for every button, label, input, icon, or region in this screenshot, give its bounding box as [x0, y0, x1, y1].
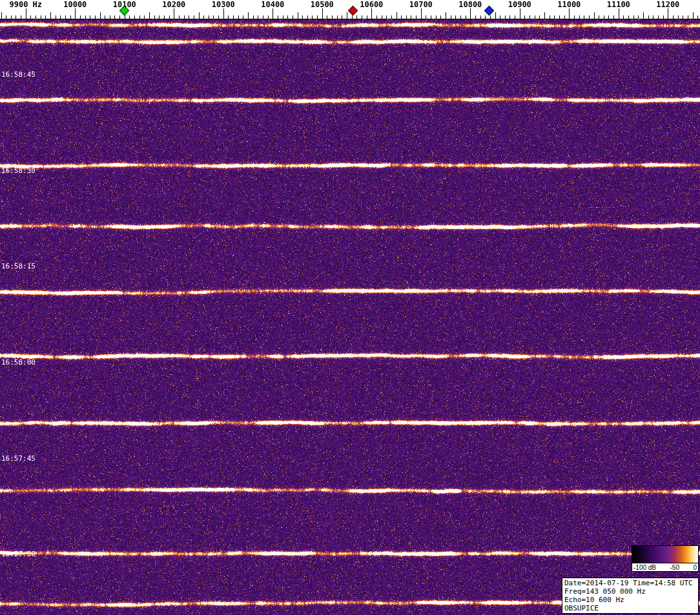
intensity-colorbar: -100 dB -50 0 [632, 545, 699, 572]
colorbar-max-label: 0 [693, 564, 697, 571]
time-label: 16:58:00 [1, 358, 36, 367]
info-station-line: OBSUPICE [564, 604, 696, 612]
info-date-line: Date=2014-07-19 Time=14:58 UTC [564, 579, 696, 587]
info-freq-line: Freq=143 050 000 Hz [564, 587, 696, 596]
waterfall-window: 16:58:4516:58:3016:58:1516:58:0016:57:45… [0, 0, 700, 615]
time-label: 16:57:45 [1, 454, 36, 463]
spectrogram-area: 16:58:4516:58:3016:58:1516:58:0016:57:45… [0, 19, 700, 615]
frequency-axis [0, 0, 700, 19]
time-label: 16:58:45 [1, 70, 36, 79]
spectrogram-canvas[interactable] [0, 19, 700, 615]
time-label: 16:57:30 [1, 550, 36, 558]
colorbar-mid-label: -50 [670, 564, 679, 571]
colorbar-labels: -100 dB -50 0 [632, 563, 698, 571]
info-echo-line: Echo=10 600 Hz [564, 596, 696, 604]
time-label: 16:58:15 [1, 262, 36, 270]
observation-info-box: Date=2014-07-19 Time=14:58 UTC Freq=143 … [562, 578, 699, 614]
colorbar-min-label: -100 dB [633, 564, 656, 571]
time-label: 16:58:30 [1, 166, 36, 175]
colorbar-gradient [632, 546, 698, 563]
